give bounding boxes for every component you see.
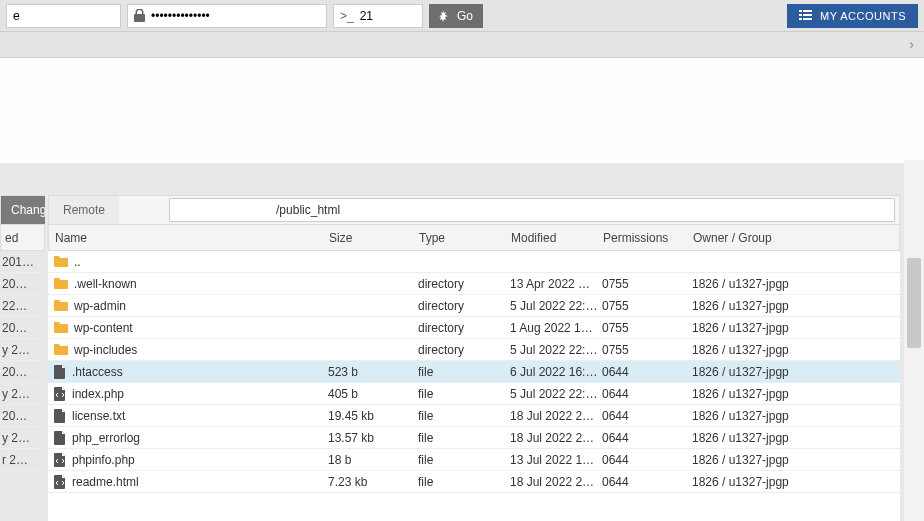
file-icon (54, 409, 66, 423)
file-icon (54, 431, 66, 445)
file-owner: 1826 / u1327-jpgp (692, 409, 900, 423)
file-size: 7.23 kb (328, 475, 418, 489)
file-owner: 1826 / u1327-jpgp (692, 277, 900, 291)
change-tab-local[interactable]: Change (1, 196, 45, 224)
local-row[interactable]: y 2… (0, 383, 45, 405)
file-type: directory (418, 321, 510, 335)
remote-tab[interactable]: Remote (49, 196, 119, 224)
path-suffix: /public_html (276, 203, 340, 217)
file-row[interactable]: .well-knowndirectory13 Apr 2022 …0755182… (48, 273, 900, 295)
file-name: .htaccess (72, 365, 123, 379)
file-name: .. (74, 255, 81, 269)
local-row[interactable]: 20… (0, 361, 45, 383)
file-name: wp-admin (74, 299, 126, 313)
file-owner: 1826 / u1327-jpgp (692, 387, 900, 401)
col-permissions[interactable]: Permissions (603, 231, 693, 245)
folder-icon (54, 278, 68, 290)
file-name: wp-includes (74, 343, 137, 357)
folder-icon (54, 344, 68, 356)
local-file-list: 201…20…22…20…y 2…20…y 2…20…y 2…r 2… (0, 251, 45, 471)
local-row[interactable]: r 2… (0, 449, 45, 471)
file-modified: 5 Jul 2022 22:… (510, 299, 602, 313)
file-size: 13.57 kb (328, 431, 418, 445)
file-permissions: 0644 (602, 387, 692, 401)
file-permissions: 0644 (602, 475, 692, 489)
col-name[interactable]: Name (49, 231, 329, 245)
file-permissions: 0644 (602, 453, 692, 467)
toolbar-strip: › (0, 32, 924, 58)
file-modified: 13 Apr 2022 … (510, 277, 602, 291)
file-name: readme.html (72, 475, 139, 489)
col-size[interactable]: Size (329, 231, 419, 245)
folder-icon (54, 300, 68, 312)
file-name: index.php (72, 387, 124, 401)
file-permissions: 0644 (602, 365, 692, 379)
file-size: 18 b (328, 453, 418, 467)
col-owner[interactable]: Owner / Group (693, 231, 899, 245)
local-row[interactable]: 22… (0, 295, 45, 317)
file-row[interactable]: index.php405 bfile5 Jul 2022 22:…0644182… (48, 383, 900, 405)
file-owner: 1826 / u1327-jpgp (692, 343, 900, 357)
file-owner: 1826 / u1327-jpgp (692, 453, 900, 467)
file-permissions: 0755 (602, 343, 692, 357)
folder-icon (54, 322, 68, 334)
file-row[interactable]: .htaccess523 bfile6 Jul 2022 16:…0644182… (48, 361, 900, 383)
scrollbar-thumb[interactable] (907, 258, 921, 348)
accounts-label: MY ACCOUNTS (820, 10, 906, 22)
col-type[interactable]: Type (419, 231, 511, 245)
file-name: php_errorlog (72, 431, 140, 445)
file-code-icon (54, 453, 66, 467)
file-row[interactable]: .. (48, 251, 900, 273)
vertical-scrollbar[interactable] (904, 160, 924, 521)
terminal-icon: >_ (340, 9, 354, 23)
file-modified: 18 Jul 2022 2… (510, 475, 602, 489)
local-row[interactable]: 20… (0, 405, 45, 427)
go-button[interactable]: Go (429, 4, 483, 28)
local-head-text: ed (1, 231, 18, 245)
connection-bar: >_ Go MY ACCOUNTS (0, 0, 924, 32)
file-row[interactable]: wp-includesdirectory5 Jul 2022 22:…07551… (48, 339, 900, 361)
remote-table-head: Name Size Type Modified Permissions Owne… (48, 225, 900, 251)
local-row[interactable]: 20… (0, 273, 45, 295)
file-row[interactable]: wp-admindirectory5 Jul 2022 22:…07551826… (48, 295, 900, 317)
list-icon (799, 10, 812, 21)
col-modified[interactable]: Modified (511, 231, 603, 245)
local-row[interactable]: 20… (0, 317, 45, 339)
remote-path-input[interactable]: /public_html (169, 198, 895, 222)
local-row[interactable]: y 2… (0, 339, 45, 361)
file-owner: 1826 / u1327-jpgp (692, 365, 900, 379)
go-label: Go (457, 9, 473, 23)
file-row[interactable]: wp-contentdirectory1 Aug 2022 1…07551826… (48, 317, 900, 339)
file-modified: 18 Jul 2022 2… (510, 409, 602, 423)
file-type: file (418, 387, 510, 401)
file-code-icon (54, 387, 66, 401)
chevron-right-icon[interactable]: › (909, 36, 914, 52)
file-name: wp-content (74, 321, 133, 335)
remote-file-list: ...well-knowndirectory13 Apr 2022 …07551… (48, 251, 900, 493)
local-panel: Change ed 201…20…22…20…y 2…20…y 2…20…y 2… (0, 195, 45, 521)
file-owner: 1826 / u1327-jpgp (692, 299, 900, 313)
host-field-wrap (6, 4, 121, 28)
file-icon (54, 365, 66, 379)
file-row[interactable]: readme.html7.23 kbfile18 Jul 2022 2…0644… (48, 471, 900, 493)
file-type: file (418, 365, 510, 379)
file-permissions: 0644 (602, 409, 692, 423)
file-modified: 18 Jul 2022 2… (510, 431, 602, 445)
file-row[interactable]: license.txt19.45 kbfile18 Jul 2022 2…064… (48, 405, 900, 427)
log-area (0, 58, 924, 163)
local-row[interactable]: 201… (0, 251, 45, 273)
password-input[interactable] (151, 9, 301, 23)
file-owner: 1826 / u1327-jpgp (692, 431, 900, 445)
local-header: Change (0, 195, 45, 225)
file-type: file (418, 409, 510, 423)
port-field-wrap: >_ (333, 4, 423, 28)
local-table-head: ed (0, 225, 45, 251)
file-row[interactable]: php_errorlog13.57 kbfile18 Jul 2022 2…06… (48, 427, 900, 449)
my-accounts-button[interactable]: MY ACCOUNTS (787, 4, 918, 28)
file-name: license.txt (72, 409, 125, 423)
local-row[interactable]: y 2… (0, 427, 45, 449)
file-row[interactable]: phpinfo.php18 bfile13 Jul 2022 1…0644182… (48, 449, 900, 471)
file-owner: 1826 / u1327-jpgp (692, 321, 900, 335)
file-modified: 5 Jul 2022 22:… (510, 343, 602, 357)
file-type: file (418, 431, 510, 445)
